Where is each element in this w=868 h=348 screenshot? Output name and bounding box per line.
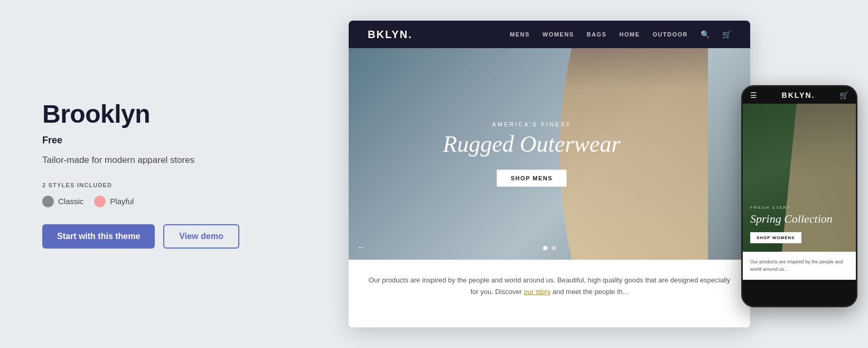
our-story-link[interactable]: our story [524, 288, 551, 296]
browser-mockup: BKLYN. MENS WOMENS BAGS HOME OUTDOOR 🔍 🛒… [349, 21, 750, 327]
mobile-hero-person [782, 104, 856, 252]
style-label-classic: Classic [58, 197, 83, 206]
nav-outdoor: OUTDOOR [652, 31, 688, 38]
theme-title: Brooklyn [42, 99, 306, 129]
hero-title: Rugged Outerwear [443, 132, 620, 157]
mobile-body: Our products are inspired by the people … [743, 252, 856, 280]
view-demo-button[interactable]: View demo [163, 224, 239, 249]
mobile-menu-icon[interactable]: ☰ [750, 91, 757, 99]
nav-womens: WOMENS [543, 31, 574, 38]
mobile-cart-icon[interactable]: 🛒 [839, 91, 848, 99]
buttons-row: Start with this theme View demo [42, 224, 306, 249]
mobile-body-text: Our products are inspired by the people … [750, 258, 848, 273]
store-nav: MENS WOMENS BAGS HOME OUTDOOR 🔍 🛒 [510, 30, 731, 39]
style-option-playful[interactable]: Playful [94, 196, 134, 207]
styles-label: 2 STYLES INCLUDED [42, 182, 306, 188]
hero-subtitle: AMERICA'S FINEST [443, 121, 620, 127]
left-panel: Brooklyn Free Tailor-made for modern app… [0, 0, 349, 348]
style-options: Classic Playful [42, 196, 306, 207]
style-dot-playful [94, 196, 106, 207]
mobile-hero-title: Spring Collection [750, 212, 848, 226]
right-panel: BKLYN. MENS WOMENS BAGS HOME OUTDOOR 🔍 🛒… [349, 0, 868, 348]
store-logo: BKLYN. [368, 29, 413, 41]
mobile-hero-cta-button[interactable]: SHOP WOMENS [750, 232, 801, 243]
store-body-text: Our products are inspired by the people … [368, 274, 731, 298]
mobile-mockup: ☰ BKLYN. 🛒 FRESH START Spring Collection… [741, 85, 857, 307]
mobile-hero-subtitle: FRESH START [750, 205, 848, 210]
nav-home: HOME [619, 31, 640, 38]
mobile-header: ☰ BKLYN. 🛒 [743, 87, 856, 104]
store-header: BKLYN. MENS WOMENS BAGS HOME OUTDOOR 🔍 🛒 [349, 21, 750, 48]
store-body: Our products are inspired by the people … [349, 260, 750, 327]
search-icon: 🔍 [701, 30, 710, 39]
hero-text: AMERICA'S FINEST Rugged Outerwear SHOP M… [443, 121, 620, 187]
nav-mens: MENS [510, 31, 530, 38]
nav-bags: BAGS [586, 31, 606, 38]
style-option-classic[interactable]: Classic [42, 196, 83, 207]
start-theme-button[interactable]: Start with this theme [42, 224, 155, 249]
hero-cta-button[interactable]: SHOP MENS [497, 170, 566, 187]
hero-dots [349, 246, 750, 250]
hero-dot-2[interactable] [552, 246, 556, 250]
theme-description: Tailor-made for modern apparel stores [42, 153, 306, 167]
hero-dot-1[interactable] [543, 246, 547, 250]
style-label-playful: Playful [110, 197, 134, 206]
body-text-after: and meet the people th... [550, 288, 628, 296]
mobile-logo: BKLYN. [782, 91, 815, 99]
theme-price: Free [42, 135, 306, 146]
cart-icon: 🛒 [722, 30, 731, 39]
mobile-hero: FRESH START Spring Collection SHOP WOMEN… [743, 104, 856, 252]
style-dot-classic [42, 196, 54, 207]
store-hero: AMERICA'S FINEST Rugged Outerwear SHOP M… [349, 48, 750, 260]
